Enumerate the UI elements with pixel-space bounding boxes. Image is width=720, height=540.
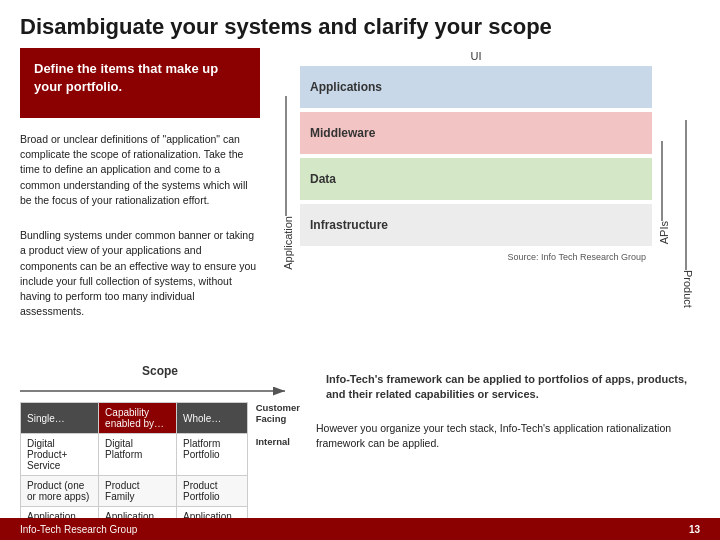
application-bracket	[285, 96, 287, 216]
footer-company: Info-Tech Research Group	[20, 524, 137, 535]
layer-middleware: Middleware	[300, 112, 652, 154]
product-bracket	[685, 120, 687, 270]
scope-header-row: Single… Capability enabled by… Whole…	[21, 403, 248, 434]
layer-applications: Applications	[300, 66, 652, 108]
layer-data: Data	[300, 158, 652, 200]
info-bold-box: Info-Tech's framework can be applied to …	[316, 364, 700, 411]
internal-label: Internal	[256, 436, 300, 447]
scope-cell: Platform Portfolio	[177, 434, 248, 476]
main-content: Define the items that make up your portf…	[0, 48, 720, 358]
define-text: Define the items that make up your portf…	[34, 61, 218, 94]
page-title: Disambiguate your systems and clarify yo…	[20, 14, 700, 40]
define-box: Define the items that make up your portf…	[20, 48, 260, 118]
footer-bar: Info-Tech Research Group 13	[0, 518, 720, 540]
apis-label: APIs	[658, 221, 670, 244]
bold-text: Info-Tech's framework can be applied to …	[326, 373, 687, 400]
scope-arrow-svg	[20, 382, 300, 400]
scope-header-whole: Whole…	[177, 403, 248, 434]
layer-infrastructure: Infrastructure	[300, 204, 652, 246]
application-label-container: Application	[276, 68, 300, 298]
bottom-section: Scope Single… Cap	[0, 358, 720, 528]
product-label-container: Product	[676, 48, 700, 328]
right-info: Info-Tech's framework can be applied to …	[316, 364, 700, 528]
application-label: Application	[282, 216, 294, 270]
apis-bracket	[661, 141, 663, 221]
table-row: Digital Product+ Service Digital Platfor…	[21, 434, 248, 476]
info-normal-text: However you organize your tech stack, In…	[316, 421, 700, 455]
title-bar: Disambiguate your systems and clarify yo…	[0, 0, 720, 48]
left-column: Define the items that make up your portf…	[20, 48, 260, 358]
broad-text: Broad or unclear definitions of "applica…	[20, 128, 260, 208]
scope-cell: Digital Platform	[99, 434, 177, 476]
table-row: Product (one or more apps) Product Famil…	[21, 476, 248, 507]
middleware-label: Middleware	[310, 126, 375, 140]
source-text: Source: Info Tech Research Group	[300, 252, 652, 262]
layers-area: UI Applications Middleware Data Infrastr…	[300, 48, 652, 328]
diagram-container: Application UI Applications Middleware D…	[276, 48, 700, 328]
slide: Disambiguate your systems and clarify yo…	[0, 0, 720, 540]
scope-cell: Product (one or more apps)	[21, 476, 99, 507]
footer-page: 13	[689, 524, 700, 535]
scope-arrow-container	[20, 382, 300, 400]
data-label: Data	[310, 172, 336, 186]
scope-cell: Digital Product+ Service	[21, 434, 99, 476]
label-col: Customer Facing Internal	[252, 402, 300, 447]
infrastructure-label: Infrastructure	[310, 218, 388, 232]
customer-facing-label: Customer Facing	[256, 402, 300, 424]
scope-header-capability: Capability enabled by…	[99, 403, 177, 434]
right-diagram: Application UI Applications Middleware D…	[276, 48, 700, 358]
scope-cell: Product Family	[99, 476, 177, 507]
applications-label: Applications	[310, 80, 382, 94]
ui-label: UI	[300, 48, 652, 66]
scope-header-single: Single…	[21, 403, 99, 434]
product-label: Product	[682, 270, 694, 308]
bundling-text: Bundling systems under common banner or …	[20, 228, 260, 319]
scope-table-area: Scope Single… Cap	[20, 364, 300, 528]
scope-cell: Product Portfolio	[177, 476, 248, 507]
scope-title: Scope	[20, 364, 300, 378]
apis-label-container: APIs	[652, 88, 676, 298]
